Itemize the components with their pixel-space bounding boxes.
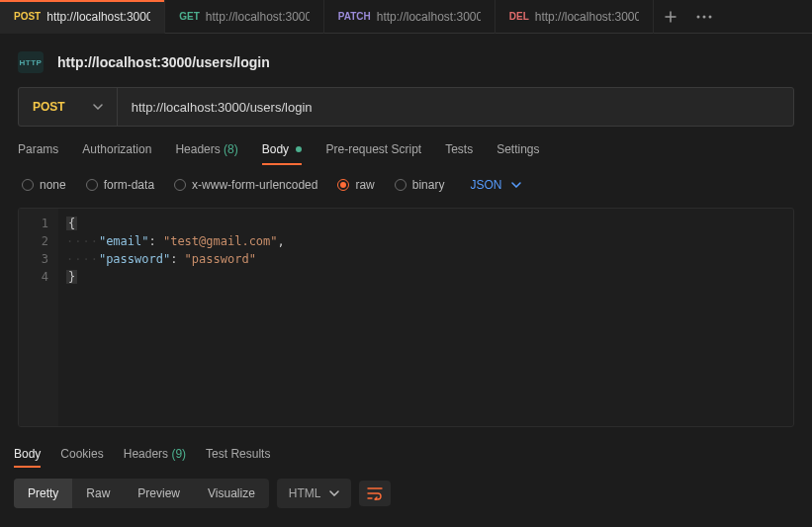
tab-title: http://localhost:3000/a (377, 10, 481, 24)
tab-method-label: POST (14, 11, 41, 22)
response-headers-count: (9) (171, 447, 186, 461)
body-type-label: x-www-form-urlencoded (192, 178, 317, 192)
method-label: POST (33, 100, 65, 114)
word-wrap-icon (367, 486, 383, 500)
tab-prerequest[interactable]: Pre-request Script (325, 142, 421, 164)
radio-icon (22, 179, 34, 191)
method-select[interactable]: POST (19, 88, 118, 126)
response-tab-headers[interactable]: Headers (9) (124, 441, 186, 467)
request-name[interactable]: http://localhost:3000/users/login (57, 54, 270, 70)
request-tab-bar: POST http://localhost:3000/us GET http:/… (0, 0, 812, 34)
tab-tests[interactable]: Tests (445, 142, 473, 164)
response-tabs: Body Cookies Headers (9) Test Results (0, 441, 812, 467)
body-type-label: binary (412, 178, 445, 192)
view-mode-raw[interactable]: Raw (72, 479, 124, 508)
radio-icon (86, 179, 98, 191)
svg-point-0 (696, 15, 699, 18)
tab-body[interactable]: Body (262, 142, 303, 164)
view-mode-pretty[interactable]: Pretty (14, 479, 72, 508)
svg-point-2 (708, 15, 711, 18)
radio-icon (395, 179, 406, 191)
request-tab-2[interactable]: PATCH http://localhost:3000/a (324, 0, 496, 34)
response-tab-testresults[interactable]: Test Results (206, 441, 270, 467)
body-type-none[interactable]: none (22, 178, 66, 192)
body-type-binary[interactable]: binary (395, 178, 445, 192)
view-mode-visualize[interactable]: Visualize (194, 479, 269, 508)
response-format-select[interactable]: HTML (277, 479, 351, 508)
chevron-down-icon (93, 104, 103, 110)
body-type-label: form-data (104, 178, 154, 192)
svg-point-1 (702, 15, 705, 18)
body-lang-select[interactable]: JSON (470, 178, 521, 192)
body-type-label: raw (355, 178, 374, 192)
json-value-password: password (192, 252, 249, 266)
headers-count: (8) (224, 142, 238, 156)
tab-overflow-button[interactable] (687, 0, 721, 34)
radio-icon (337, 179, 349, 191)
tab-title: http://localhost:3000/us (46, 10, 150, 24)
body-editor[interactable]: 1 2 3 4 { ····"email": "test@gmail.com",… (18, 208, 794, 427)
radio-icon (174, 179, 186, 191)
tab-params[interactable]: Params (18, 142, 58, 164)
tab-body-label: Body (262, 142, 289, 156)
tab-headers[interactable]: Headers (8) (175, 142, 237, 164)
add-tab-button[interactable] (654, 0, 687, 34)
body-lang-label: JSON (470, 178, 501, 192)
chevron-down-icon (329, 490, 339, 496)
plus-icon (664, 10, 677, 24)
tab-authorization[interactable]: Authorization (82, 142, 151, 164)
line-number: 3 (19, 250, 48, 268)
request-tab-1[interactable]: GET http://localhost:3000/api (165, 0, 324, 34)
tab-title: http://localhost:3000/api (206, 10, 310, 24)
editor-code[interactable]: { ····"email": "test@gmail.com", ····"pa… (58, 209, 293, 426)
body-type-row: none form-data x-www-form-urlencoded raw… (0, 164, 812, 202)
response-tab-headers-label: Headers (124, 447, 168, 461)
tab-method-label: GET (179, 11, 200, 22)
tab-method-label: PATCH (338, 11, 371, 22)
response-panel: Body Cookies Headers (9) Test Results Pr… (0, 441, 812, 508)
line-number: 2 (19, 232, 48, 250)
response-toolbar: Pretty Raw Preview Visualize HTML (0, 467, 812, 508)
request-header: HTTP http://localhost:3000/users/login (0, 34, 812, 87)
request-subtabs: Params Authorization Headers (8) Body Pr… (0, 127, 812, 164)
line-number: 1 (19, 215, 48, 232)
ellipsis-icon (696, 15, 712, 19)
body-type-raw[interactable]: raw (337, 178, 374, 192)
json-value-email: test@gmail.com (170, 234, 270, 248)
view-mode-group: Pretty Raw Preview Visualize (14, 479, 269, 508)
chevron-down-icon (511, 182, 521, 188)
response-format-label: HTML (289, 486, 321, 500)
body-modified-dot-icon (296, 146, 302, 152)
body-type-label: none (40, 178, 66, 192)
tab-method-label: DEL (509, 11, 529, 22)
request-tab-0[interactable]: POST http://localhost:3000/us (0, 0, 165, 34)
response-tab-body[interactable]: Body (14, 441, 41, 467)
editor-gutter: 1 2 3 4 (19, 209, 58, 426)
tab-settings[interactable]: Settings (496, 142, 539, 164)
response-tab-cookies[interactable]: Cookies (60, 441, 103, 467)
url-input[interactable] (118, 88, 793, 126)
wrap-lines-button[interactable] (359, 481, 391, 506)
url-row: POST (18, 87, 794, 127)
request-tab-3[interactable]: DEL http://localhost:3000/api (496, 0, 654, 34)
line-number: 4 (19, 268, 48, 286)
http-badge-icon: HTTP (18, 51, 44, 73)
view-mode-preview[interactable]: Preview (124, 479, 194, 508)
body-type-formdata[interactable]: form-data (86, 178, 154, 192)
body-type-xwww[interactable]: x-www-form-urlencoded (174, 178, 317, 192)
tab-title: http://localhost:3000/api (535, 10, 639, 24)
tab-headers-label: Headers (175, 142, 220, 156)
